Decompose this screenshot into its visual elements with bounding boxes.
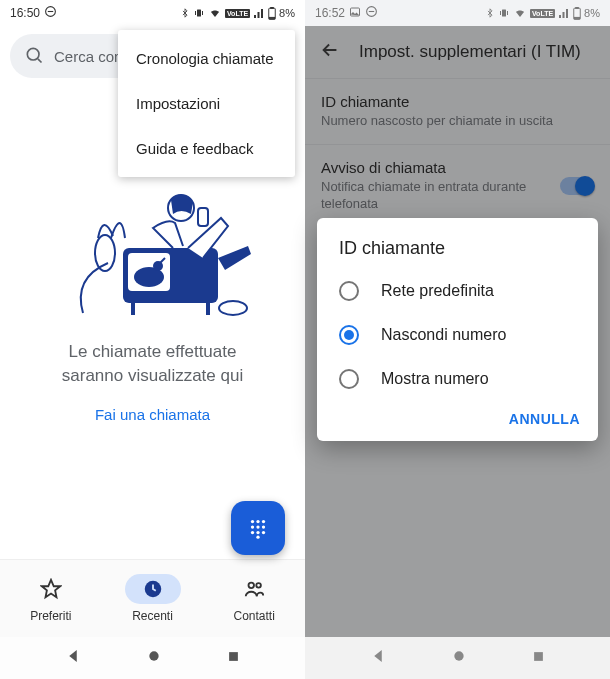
radio-label: Mostra numero — [381, 370, 489, 388]
system-nav — [305, 637, 610, 679]
svg-point-24 — [256, 525, 259, 528]
star-icon — [40, 578, 62, 600]
search-placeholder: Cerca cont — [54, 48, 127, 65]
dialpad-fab[interactable] — [231, 501, 285, 555]
svg-point-20 — [251, 520, 254, 523]
caller-id-dialog: ID chiamante Rete predefinita Nascondi n… — [317, 218, 598, 441]
svg-rect-34 — [229, 652, 238, 661]
volte-badge: VoLTE — [225, 9, 250, 18]
svg-rect-40 — [507, 11, 508, 15]
svg-point-28 — [262, 531, 265, 534]
nav-recents[interactable] — [531, 649, 546, 668]
svg-point-21 — [256, 520, 259, 523]
svg-point-10 — [95, 235, 115, 271]
radio-icon-selected — [339, 325, 359, 345]
clock-icon — [142, 578, 164, 600]
nav-back[interactable] — [369, 647, 387, 669]
status-bar: 16:50 VoLTE 8% — [0, 0, 305, 26]
system-nav — [0, 637, 305, 679]
svg-line-9 — [38, 58, 42, 62]
svg-point-27 — [256, 531, 259, 534]
bluetooth-icon — [485, 7, 495, 19]
vibrate-icon — [193, 7, 205, 19]
dnd-icon — [44, 5, 57, 21]
nav-home[interactable] — [451, 648, 467, 668]
svg-rect-7 — [269, 17, 274, 18]
svg-point-33 — [149, 651, 158, 660]
svg-point-31 — [249, 583, 255, 589]
dialog-title: ID chiamante — [317, 238, 598, 269]
dialpad-icon — [247, 517, 269, 539]
bottom-tabs: Preferiti Recenti Contatti — [0, 559, 305, 637]
bluetooth-icon — [180, 7, 190, 19]
tab-label: Contatti — [234, 609, 275, 623]
empty-illustration — [53, 158, 253, 318]
signal-icon — [558, 7, 570, 19]
svg-rect-15 — [131, 303, 135, 315]
wifi-icon — [513, 7, 527, 19]
svg-rect-3 — [195, 11, 196, 15]
svg-point-18 — [219, 301, 247, 315]
empty-line2: saranno visualizzate qui — [62, 364, 243, 388]
people-icon — [242, 578, 266, 600]
status-time: 16:52 — [315, 6, 345, 20]
status-battery: 8% — [279, 7, 295, 19]
svg-rect-2 — [197, 10, 201, 17]
radio-icon — [339, 369, 359, 389]
svg-rect-45 — [534, 652, 543, 661]
status-bar: 16:52 VoLTE 8% — [305, 0, 610, 26]
svg-rect-16 — [206, 303, 210, 315]
tab-recent[interactable]: Recenti — [102, 560, 204, 637]
dnd-icon — [365, 5, 378, 21]
nav-home[interactable] — [146, 648, 162, 668]
svg-point-25 — [262, 525, 265, 528]
cancel-button[interactable]: ANNULLA — [509, 411, 580, 427]
battery-icon — [573, 7, 581, 20]
signal-icon — [253, 7, 265, 19]
make-call-link[interactable]: Fai una chiamata — [95, 406, 210, 423]
radio-network-default[interactable]: Rete predefinita — [317, 269, 598, 313]
svg-rect-38 — [502, 10, 506, 17]
empty-line1: Le chiamate effettuate — [62, 340, 243, 364]
image-icon — [349, 6, 361, 21]
wifi-icon — [208, 7, 222, 19]
menu-call-history[interactable]: Cronologia chiamate — [118, 36, 295, 81]
battery-icon — [268, 7, 276, 20]
menu-settings[interactable]: Impostazioni — [118, 81, 295, 126]
nav-recents[interactable] — [226, 649, 241, 668]
svg-rect-4 — [202, 11, 203, 15]
overflow-menu: Cronologia chiamate Impostazioni Guida e… — [118, 30, 295, 177]
tab-label: Preferiti — [30, 609, 71, 623]
search-icon — [24, 45, 44, 68]
svg-rect-19 — [198, 208, 208, 226]
menu-help-feedback[interactable]: Guida e feedback — [118, 126, 295, 171]
svg-point-8 — [27, 48, 39, 60]
volte-badge: VoLTE — [530, 9, 555, 18]
svg-point-22 — [262, 520, 265, 523]
svg-point-29 — [256, 536, 259, 539]
radio-hide-number[interactable]: Nascondi numero — [317, 313, 598, 357]
svg-rect-39 — [500, 11, 501, 15]
svg-point-23 — [251, 525, 254, 528]
tab-favorites[interactable]: Preferiti — [0, 560, 102, 637]
screen-recent-calls: 16:50 VoLTE 8% Cerca cont Cronologia chi… — [0, 0, 305, 679]
tab-contacts[interactable]: Contatti — [203, 560, 305, 637]
svg-point-32 — [256, 583, 261, 588]
svg-rect-42 — [576, 7, 579, 8]
vibrate-icon — [498, 7, 510, 19]
svg-point-44 — [454, 651, 463, 660]
radio-label: Nascondi numero — [381, 326, 506, 344]
status-time: 16:50 — [10, 6, 40, 20]
radio-label: Rete predefinita — [381, 282, 494, 300]
status-battery: 8% — [584, 7, 600, 19]
screen-caller-id-settings: 16:52 VoLTE 8% Impost. supplementari (I … — [305, 0, 610, 679]
tab-label: Recenti — [132, 609, 173, 623]
radio-show-number[interactable]: Mostra numero — [317, 357, 598, 401]
nav-back[interactable] — [64, 647, 82, 669]
svg-point-26 — [251, 531, 254, 534]
radio-icon — [339, 281, 359, 301]
svg-rect-43 — [574, 17, 579, 18]
svg-rect-6 — [271, 7, 274, 8]
